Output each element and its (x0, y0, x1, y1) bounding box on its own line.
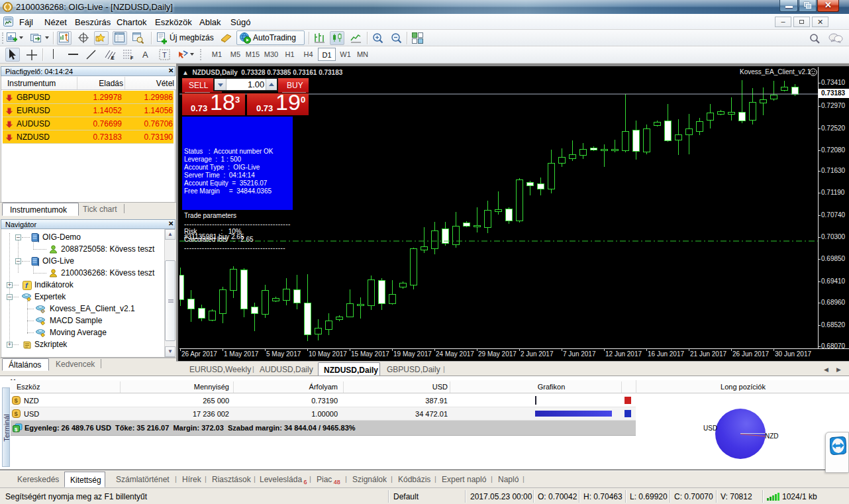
svg-text:F: F (130, 56, 134, 60)
svg-text:E: E (111, 56, 115, 60)
svg-text:T: T (162, 51, 167, 59)
svg-text:$: $ (14, 397, 18, 404)
svg-text:$: $ (14, 410, 18, 417)
svg-text:$: $ (15, 427, 18, 432)
